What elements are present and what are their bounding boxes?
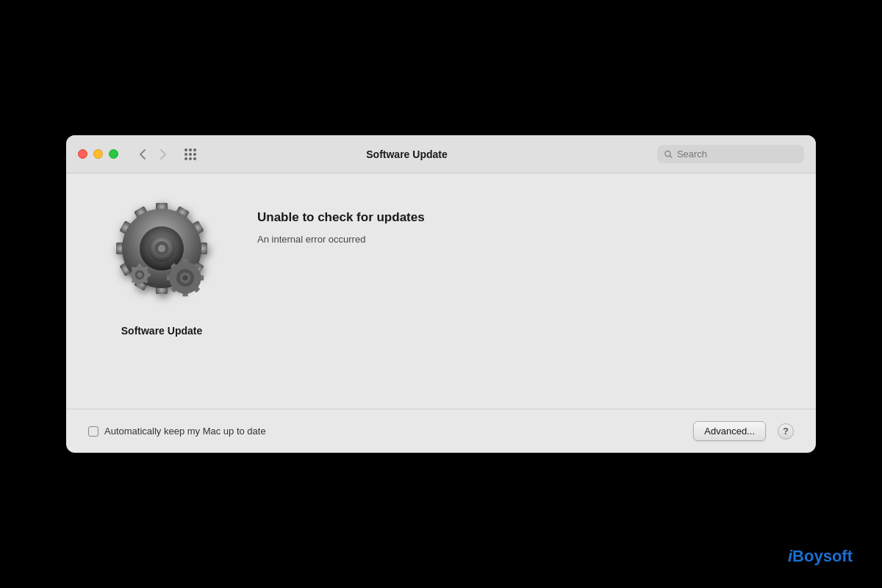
app-icon [103,196,220,313]
search-input[interactable] [677,148,797,159]
auto-update-checkbox[interactable] [88,426,98,437]
search-box[interactable] [657,145,804,163]
right-panel: Unable to check for updates An internal … [257,196,794,245]
left-panel: Software Update [88,196,235,337]
watermark: iiBoysoftBoysoft [788,547,853,566]
svg-point-29 [182,275,187,280]
auto-update-container: Automatically keep my Mac up to date [88,426,681,437]
svg-point-40 [137,273,142,277]
error-title: Unable to check for updates [257,210,794,225]
main-window: Software Update [66,135,816,453]
app-label: Software Update [121,325,202,337]
bottom-bar: Automatically keep my Mac up to date Adv… [66,409,816,453]
search-icon [664,150,673,159]
maximize-button[interactable] [109,149,118,159]
error-subtitle: An internal error occurred [257,234,794,245]
help-button[interactable]: ? [778,423,794,440]
close-button[interactable] [78,149,87,159]
minimize-button[interactable] [93,149,103,159]
traffic-lights [78,149,118,159]
content-area: Software Update Unable to check for upda… [66,173,816,409]
auto-update-label: Automatically keep my Mac up to date [104,426,266,437]
advanced-button[interactable]: Advanced... [693,421,766,441]
svg-point-17 [158,245,165,252]
watermark-text: i [788,547,792,565]
back-button[interactable] [135,146,151,163]
window-title: Software Update [165,148,648,160]
titlebar: Software Update [66,135,816,173]
